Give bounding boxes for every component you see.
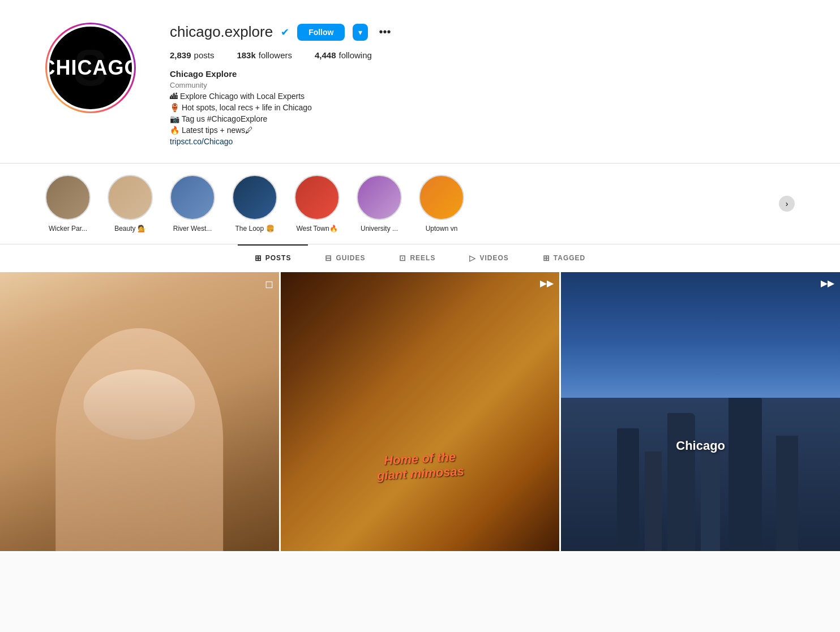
tab-label-2: REELS <box>410 254 435 262</box>
posts-count: 2,839 <box>170 50 191 60</box>
highlight-item-3[interactable]: The Loop 🍔 <box>232 175 277 233</box>
profile-info: chicago.explore ✔ Follow ▾ ••• 2,839 pos… <box>170 23 795 146</box>
highlight-circle-3 <box>232 175 277 220</box>
tab-videos[interactable]: ▷VIDEOS <box>452 244 525 270</box>
tab-label-3: VIDEOS <box>479 254 508 262</box>
followers-count: 183k <box>237 50 255 60</box>
post-item-3[interactable]: Chicago ▶▶ <box>561 272 840 551</box>
avatar-text: CHICAGO <box>47 58 134 78</box>
highlight-item-5[interactable]: University ... <box>357 175 402 233</box>
tabs-section: ⊞POSTS⊟GUIDES⊡REELS▷VIDEOS⊞TAGGED <box>0 244 840 270</box>
avatar: S CHICAGO <box>45 23 136 113</box>
highlight-circle-5 <box>357 175 402 220</box>
highlight-label-3: The Loop 🍔 <box>235 225 274 233</box>
highlight-item-4[interactable]: West Town🔥 <box>294 175 340 233</box>
post-2-type-icon: ▶▶ <box>540 278 554 289</box>
bio-line-3: 📷 Tag us #ChicagoExplore <box>170 114 795 123</box>
tab-guides[interactable]: ⊟GUIDES <box>308 244 382 270</box>
bio-section: Chicago Explore Community 🏙 Explore Chic… <box>170 69 795 146</box>
tab-label-1: GUIDES <box>336 254 365 262</box>
following-label: following <box>339 50 372 60</box>
highlight-item-0[interactable]: Wicker Par... <box>45 175 91 233</box>
followers-label: followers <box>259 50 292 60</box>
tab-icon-4: ⊞ <box>543 253 550 263</box>
profile-section: S CHICAGO chicago.explore ✔ Follow ▾ •••… <box>0 0 840 163</box>
highlight-item-1[interactable]: Beauty 💁 <box>108 175 153 233</box>
highlight-label-4: West Town🔥 <box>296 225 337 233</box>
highlight-circle-2 <box>170 175 215 220</box>
stat-posts: 2,839 posts <box>170 50 214 60</box>
highlight-circle-4 <box>294 175 340 220</box>
tab-tagged[interactable]: ⊞TAGGED <box>526 244 602 270</box>
post-1-type-icon: ◻ <box>265 278 273 290</box>
highlight-label-2: River West... <box>173 225 212 233</box>
verified-badge: ✔ <box>281 26 289 38</box>
avatar-inner: S CHICAGO <box>47 24 134 111</box>
posts-grid: ◻ Home of thegiant mimosas ▶▶ <box>0 270 840 553</box>
following-count: 4,448 <box>315 50 336 60</box>
tab-label-0: POSTS <box>265 254 292 262</box>
profile-top-row: chicago.explore ✔ Follow ▾ ••• <box>170 23 795 41</box>
username: chicago.explore <box>170 23 273 41</box>
highlight-circle-0 <box>45 175 91 220</box>
highlights-section: Wicker Par...Beauty 💁River West...The Lo… <box>0 163 840 244</box>
display-name: Chicago Explore <box>170 69 795 79</box>
highlights-next-button[interactable]: › <box>779 196 795 212</box>
bio-link[interactable]: tripsct.co/Chicago <box>170 137 795 146</box>
highlight-label-1: Beauty 💁 <box>114 225 146 233</box>
highlight-item-6[interactable]: Uptown vn <box>419 175 464 233</box>
highlight-label-0: Wicker Par... <box>49 225 87 233</box>
post-item-2[interactable]: Home of thegiant mimosas ▶▶ <box>281 272 560 551</box>
dropdown-button[interactable]: ▾ <box>353 24 368 41</box>
tab-posts[interactable]: ⊞POSTS <box>238 244 308 270</box>
highlight-item-2[interactable]: River West... <box>170 175 215 233</box>
tab-icon-2: ⊡ <box>399 253 406 263</box>
tab-icon-3: ▷ <box>469 253 476 263</box>
tab-label-4: TAGGED <box>554 254 585 262</box>
post-3-type-icon: ▶▶ <box>821 278 834 289</box>
post-3-overlay: Chicago <box>676 438 725 453</box>
tab-reels[interactable]: ⊡REELS <box>382 244 452 270</box>
posts-label: posts <box>194 50 215 60</box>
follow-button[interactable]: Follow <box>297 24 345 41</box>
bio-line-2: 🏺 Hot spots, local recs + life in Chicag… <box>170 103 795 112</box>
more-button[interactable]: ••• <box>376 23 393 41</box>
bio-line-1: 🏙 Explore Chicago with Local Experts <box>170 92 795 101</box>
stat-following[interactable]: 4,448 following <box>315 50 372 60</box>
highlight-label-5: University ... <box>361 225 398 233</box>
highlight-circle-1 <box>108 175 153 220</box>
tab-icon-1: ⊟ <box>325 253 332 263</box>
tab-icon-0: ⊞ <box>255 253 262 263</box>
stats-row: 2,839 posts 183k followers 4,448 followi… <box>170 50 795 60</box>
highlight-label-6: Uptown vn <box>426 225 458 233</box>
bio-category: Community <box>170 81 795 89</box>
page-wrapper: S CHICAGO chicago.explore ✔ Follow ▾ •••… <box>0 0 840 553</box>
bio-line-4: 🔥 Latest tips + news🖊 <box>170 126 795 135</box>
highlight-circle-6 <box>419 175 464 220</box>
post-item-1[interactable]: ◻ <box>0 272 279 551</box>
stat-followers[interactable]: 183k followers <box>237 50 292 60</box>
